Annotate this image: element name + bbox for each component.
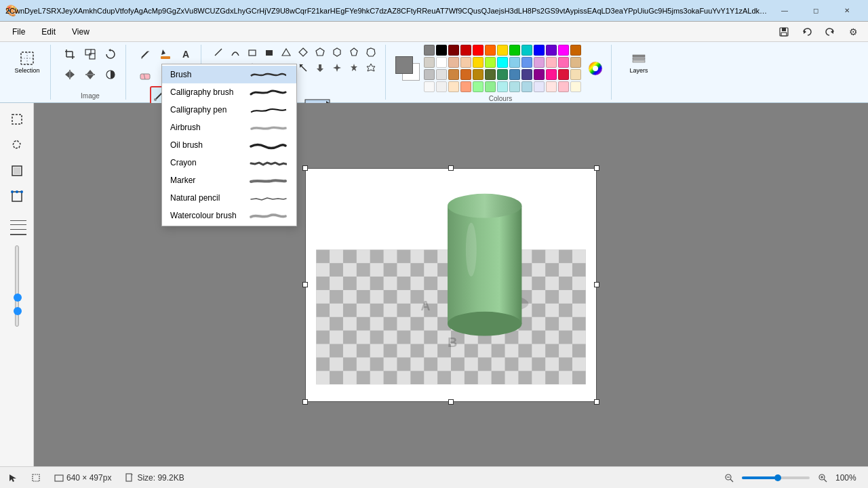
color-swatch[interactable] xyxy=(473,45,484,56)
color-swatch[interactable] xyxy=(485,81,496,92)
color-swatch[interactable] xyxy=(460,69,471,80)
color-swatch[interactable] xyxy=(473,57,484,68)
undo-button[interactable] xyxy=(797,22,816,41)
color-swatch[interactable] xyxy=(521,57,532,68)
resize-button[interactable] xyxy=(81,45,100,64)
brush-option-watercolour-brush[interactable]: Watercolour brush xyxy=(162,207,296,224)
handle-bl[interactable] xyxy=(302,399,308,405)
selection-button[interactable]: Selection xyxy=(9,45,45,80)
zoom-track[interactable] xyxy=(742,476,810,479)
color-swatch[interactable] xyxy=(460,45,471,56)
color-swatch[interactable] xyxy=(558,57,569,68)
color-swatch[interactable] xyxy=(460,57,471,68)
size-slider-thumb[interactable] xyxy=(14,293,22,302)
color-swatch[interactable] xyxy=(509,81,520,92)
shape-curve[interactable] xyxy=(228,45,243,60)
transform-select-tool[interactable] xyxy=(5,184,29,209)
eraser-tool[interactable] xyxy=(136,65,155,84)
brush-option-crayon[interactable]: Crayon xyxy=(162,154,296,171)
color-swatch[interactable] xyxy=(485,57,496,68)
minimize-button[interactable]: — xyxy=(769,0,800,22)
text-tool[interactable]: A xyxy=(176,45,195,64)
shape-star6[interactable] xyxy=(363,60,378,75)
color-swatch[interactable] xyxy=(546,81,557,92)
shape-heptagon[interactable] xyxy=(363,45,378,60)
shape-diamond[interactable] xyxy=(296,45,311,60)
color-swatch[interactable] xyxy=(558,69,569,80)
color-swatch[interactable] xyxy=(497,69,508,80)
shape-line[interactable] xyxy=(211,45,226,60)
color-swatch[interactable] xyxy=(521,45,532,56)
menu-edit[interactable]: Edit xyxy=(35,24,62,39)
select-rect-tool[interactable] xyxy=(5,107,29,131)
color-swatch[interactable] xyxy=(424,81,435,92)
pencil-tool[interactable] xyxy=(136,45,155,64)
color-swatch[interactable] xyxy=(546,69,557,80)
shape-arrow-tl[interactable] xyxy=(296,60,311,75)
crop-button[interactable] xyxy=(60,45,79,64)
flip-v-button[interactable] xyxy=(81,65,100,84)
size-slider-thumb2[interactable] xyxy=(14,307,22,315)
color-swatch[interactable] xyxy=(546,57,557,68)
handle-tr[interactable] xyxy=(594,165,599,171)
rotate-button[interactable] xyxy=(101,45,120,64)
color-swatch[interactable] xyxy=(534,81,545,92)
color-swatch[interactable] xyxy=(436,45,447,56)
brush-option-oil-brush[interactable]: Oil brush xyxy=(162,136,296,154)
color-swatch[interactable] xyxy=(485,45,496,56)
handle-tc[interactable] xyxy=(448,165,454,171)
zoom-out-icon[interactable] xyxy=(724,473,734,483)
color-swatch[interactable] xyxy=(448,57,459,68)
brush-option-airbrush[interactable]: Airbrush xyxy=(162,119,296,136)
handle-bc[interactable] xyxy=(448,399,454,405)
handle-mr[interactable] xyxy=(594,282,599,287)
color-swatch[interactable] xyxy=(509,57,520,68)
color-swatch[interactable] xyxy=(436,69,447,80)
shape-rect-filled[interactable] xyxy=(262,45,277,60)
brush-option-calligraphy-brush[interactable]: Calligraphy brush xyxy=(162,83,296,101)
brush-option-calligraphy-pen[interactable]: Calligraphy pen xyxy=(162,101,296,119)
color-swatch[interactable] xyxy=(570,81,581,92)
color-swatch[interactable] xyxy=(558,81,569,92)
color-swatch[interactable] xyxy=(509,45,520,56)
edit-colors-button[interactable] xyxy=(585,58,606,79)
shape-pentagon2[interactable] xyxy=(347,45,361,60)
color-swatch[interactable] xyxy=(534,45,545,56)
color-swatch[interactable] xyxy=(497,57,508,68)
color-swatch[interactable] xyxy=(570,45,581,56)
color-swatch[interactable] xyxy=(424,69,435,80)
shape-star5[interactable] xyxy=(347,60,361,75)
canvas-area[interactable]: A B xyxy=(34,103,868,466)
invert-button[interactable] xyxy=(101,65,120,84)
color-swatch[interactable] xyxy=(448,81,459,92)
flip-h-button[interactable] xyxy=(60,65,79,84)
color-swatch[interactable] xyxy=(558,45,569,56)
color-swatch[interactable] xyxy=(570,57,581,68)
brush-option-natural-pencil[interactable]: Natural pencil xyxy=(162,189,296,207)
menu-file[interactable]: File xyxy=(5,24,32,39)
maximize-button[interactable]: ◻ xyxy=(800,0,831,22)
color-swatch[interactable] xyxy=(509,69,520,80)
color-swatch[interactable] xyxy=(473,81,484,92)
brush-option-marker[interactable]: Marker xyxy=(162,171,296,189)
color-swatch[interactable] xyxy=(570,69,581,80)
color-swatch[interactable] xyxy=(436,81,447,92)
settings-button[interactable]: ⚙ xyxy=(844,22,863,41)
color-swatch[interactable] xyxy=(534,69,545,80)
color-swatch[interactable] xyxy=(448,45,459,56)
select-freeform-tool[interactable] xyxy=(5,133,29,157)
zoom-in-icon[interactable] xyxy=(818,473,827,483)
handle-br[interactable] xyxy=(594,399,599,405)
color-swatch[interactable] xyxy=(460,81,471,92)
canvas-image[interactable]: A B xyxy=(305,168,597,402)
color-swatch[interactable] xyxy=(497,45,508,56)
color-swatch[interactable] xyxy=(473,69,484,80)
brush-option-brush[interactable]: Brush xyxy=(162,66,296,83)
color-swatch[interactable] xyxy=(546,45,557,56)
color-swatch[interactable] xyxy=(448,69,459,80)
shape-hexagon[interactable] xyxy=(330,45,344,60)
shape-star4[interactable] xyxy=(330,60,344,75)
image-select-tool[interactable] xyxy=(5,159,29,183)
zoom-thumb[interactable] xyxy=(774,474,781,481)
color-swatch[interactable] xyxy=(424,57,435,68)
